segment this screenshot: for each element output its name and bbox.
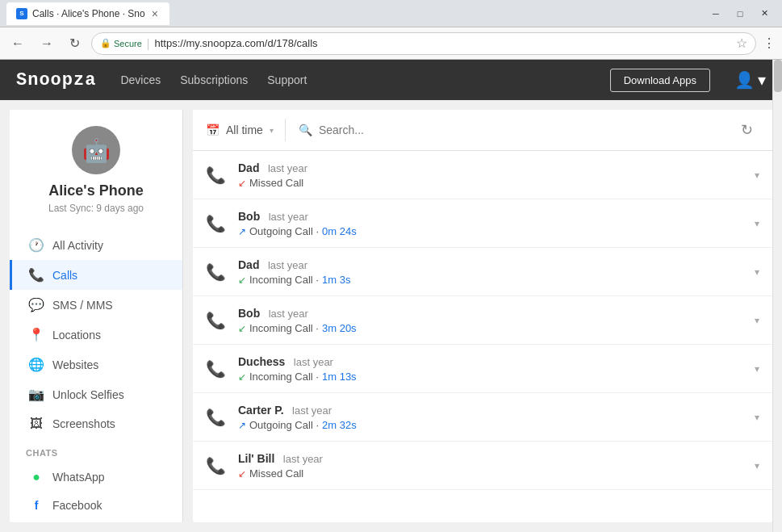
calendar-icon: 📅 bbox=[206, 124, 220, 136]
tab-close-button[interactable]: × bbox=[150, 6, 160, 22]
call-type-text: Outgoing Call · bbox=[249, 419, 319, 431]
main-layout: 🤖 Alice's Phone Last Sync: 9 days ago 🕐 … bbox=[0, 100, 782, 532]
sidebar-item-sms-mms[interactable]: 💬 SMS / MMS bbox=[10, 290, 182, 320]
expand-icon[interactable]: ▾ bbox=[755, 218, 759, 229]
call-item-bob-outgoing[interactable]: 📞 Bob last year ↗ Outgoing Call · 0m 24s… bbox=[193, 199, 772, 248]
call-type-text: Missed Call bbox=[249, 177, 303, 189]
call-item-dad-missed[interactable]: 📞 Dad last year ↙ Missed Call ▾ bbox=[193, 151, 772, 199]
lock-icon: 🔒 bbox=[100, 38, 111, 48]
window-restore-button[interactable]: □ bbox=[729, 5, 751, 23]
call-time: last year bbox=[294, 356, 333, 368]
search-input[interactable] bbox=[319, 124, 734, 136]
calls-list: 📞 Dad last year ↙ Missed Call ▾ 📞 bbox=[193, 151, 772, 522]
call-details: Dad last year ↙ Missed Call bbox=[238, 161, 755, 189]
call-item-bob-incoming[interactable]: 📞 Bob last year ↙ Incoming Call · 3m 20s… bbox=[193, 296, 772, 345]
secure-label: Secure bbox=[114, 39, 142, 48]
download-apps-button[interactable]: Download Apps bbox=[610, 69, 710, 92]
expand-icon[interactable]: ▾ bbox=[755, 266, 759, 278]
caller-name: Dad bbox=[238, 161, 259, 174]
call-type-row: ↙ Missed Call bbox=[238, 467, 755, 480]
facebook-icon: f bbox=[28, 499, 44, 512]
chats-section-label: CHATS bbox=[10, 438, 182, 463]
sidebar-item-label: Unlock Selfies bbox=[52, 388, 124, 401]
sms-icon: 💬 bbox=[28, 297, 44, 312]
call-item-duchess-incoming[interactable]: 📞 Duchess last year ↙ Incoming Call · 1m… bbox=[193, 345, 772, 393]
browser-titlebar: S Calls · Alice's Phone · Sno × ─ □ ✕ bbox=[0, 0, 782, 27]
browser-menu-button[interactable]: ⋮ bbox=[763, 36, 776, 51]
user-chevron-icon: ▾ bbox=[758, 70, 766, 90]
browser-tab[interactable]: S Calls · Alice's Phone · Sno × bbox=[6, 2, 169, 25]
browser-scrollbar[interactable] bbox=[772, 60, 782, 532]
call-type-row: ↗ Outgoing Call · 2m 32s bbox=[238, 419, 755, 431]
call-type-text: Incoming Call · bbox=[249, 274, 319, 286]
call-type-row: ↙ Incoming Call · 3m 20s bbox=[238, 322, 755, 334]
user-icon: 👤 bbox=[734, 70, 755, 90]
window-minimize-button[interactable]: ─ bbox=[705, 5, 727, 23]
expand-icon[interactable]: ▾ bbox=[755, 412, 759, 423]
call-details: Dad last year ↙ Incoming Call · 1m 3s bbox=[238, 258, 755, 286]
expand-icon[interactable]: ▾ bbox=[755, 363, 759, 375]
header-nav: Devices Subscriptions Support bbox=[120, 73, 585, 86]
refresh-button[interactable]: ↻ bbox=[65, 32, 85, 54]
nav-subscriptions[interactable]: Subscriptions bbox=[180, 73, 248, 86]
window-controls: ─ □ ✕ bbox=[705, 5, 776, 23]
forward-button[interactable]: → bbox=[36, 33, 58, 54]
search-icon: 🔍 bbox=[299, 124, 312, 136]
sidebar-item-websites[interactable]: 🌐 Websites bbox=[10, 350, 182, 379]
expand-icon[interactable]: ▾ bbox=[755, 170, 759, 181]
user-menu-button[interactable]: 👤 ▾ bbox=[734, 70, 766, 90]
scrollbar-thumb[interactable] bbox=[774, 60, 782, 92]
secure-badge: 🔒 Secure bbox=[100, 38, 142, 48]
call-item-lilbill-missed[interactable]: 📞 Lil' Bill last year ↙ Missed Call ▾ bbox=[193, 442, 772, 490]
sidebar-item-label: Facebook bbox=[52, 499, 102, 512]
expand-icon[interactable]: ▾ bbox=[755, 460, 759, 471]
call-direction-icon: ↙ bbox=[238, 468, 246, 480]
call-direction-icon: ↗ bbox=[238, 420, 246, 431]
nav-support[interactable]: Support bbox=[267, 73, 307, 86]
phone-call-icon: 📞 bbox=[206, 456, 225, 475]
sidebar-item-unlock-selfies[interactable]: 📷 Unlock Selfies bbox=[10, 379, 182, 409]
call-name-row: Dad last year bbox=[238, 258, 755, 272]
address-bar[interactable]: 🔒 Secure | https://my.snoopza.com/d/178/… bbox=[91, 32, 756, 55]
sidebar-item-all-activity[interactable]: 🕐 All Activity bbox=[10, 230, 182, 260]
nav-devices[interactable]: Devices bbox=[120, 73, 161, 86]
back-button[interactable]: ← bbox=[6, 33, 29, 54]
call-name-row: Carter P. last year bbox=[238, 403, 755, 417]
phone-call-icon: 📞 bbox=[206, 408, 225, 427]
call-duration: 3m 20s bbox=[322, 322, 357, 334]
location-icon: 📍 bbox=[28, 327, 44, 342]
last-sync-label: Last Sync: 9 days ago bbox=[48, 203, 144, 214]
call-direction-icon: ↙ bbox=[238, 371, 246, 383]
phone-call-icon: 📞 bbox=[206, 214, 225, 233]
window-close-button[interactable]: ✕ bbox=[753, 5, 776, 23]
call-time: last year bbox=[268, 259, 307, 271]
call-item-dad-incoming[interactable]: 📞 Dad last year ↙ Incoming Call · 1m 3s … bbox=[193, 248, 772, 296]
call-type-text: Incoming Call · bbox=[249, 371, 319, 383]
call-duration: 0m 24s bbox=[322, 225, 357, 237]
expand-icon[interactable]: ▾ bbox=[755, 315, 759, 326]
sidebar-item-facebook[interactable]: f Facebook bbox=[10, 492, 182, 519]
sidebar-item-calls[interactable]: 📞 Calls bbox=[10, 260, 182, 290]
call-time: last year bbox=[269, 308, 308, 320]
call-details: Duchess last year ↙ Incoming Call · 1m 1… bbox=[238, 354, 755, 383]
bookmark-button[interactable]: ☆ bbox=[736, 36, 747, 51]
sidebar-item-locations[interactable]: 📍 Locations bbox=[10, 320, 182, 350]
sidebar-item-label: WhatsApp bbox=[52, 471, 105, 484]
call-direction-icon: ↙ bbox=[238, 323, 246, 334]
search-box[interactable]: 🔍 bbox=[299, 124, 734, 136]
phone-call-icon: 📞 bbox=[206, 262, 225, 282]
caller-name: Bob bbox=[238, 307, 260, 320]
date-filter[interactable]: 📅 All time ▾ bbox=[206, 119, 286, 141]
device-avatar: 🤖 bbox=[72, 126, 120, 174]
call-details: Carter P. last year ↗ Outgoing Call · 2m… bbox=[238, 403, 755, 431]
caller-name: Lil' Bill bbox=[238, 452, 274, 465]
sidebar-item-whatsapp[interactable]: ● WhatsApp bbox=[10, 463, 182, 492]
content-area: 📅 All time ▾ 🔍 ↻ 📞 Dad last year bbox=[193, 110, 772, 522]
device-name: Alice's Phone bbox=[48, 182, 143, 199]
call-name-row: Duchess last year bbox=[238, 354, 755, 369]
call-details: Bob last year ↙ Incoming Call · 3m 20s bbox=[238, 306, 755, 334]
call-item-carter-outgoing[interactable]: 📞 Carter P. last year ↗ Outgoing Call · … bbox=[193, 393, 772, 442]
refresh-calls-button[interactable]: ↻ bbox=[734, 118, 759, 142]
phone-icon: 📞 bbox=[28, 267, 44, 283]
sidebar-item-screenshots[interactable]: 🖼 Screenshots bbox=[10, 409, 182, 438]
